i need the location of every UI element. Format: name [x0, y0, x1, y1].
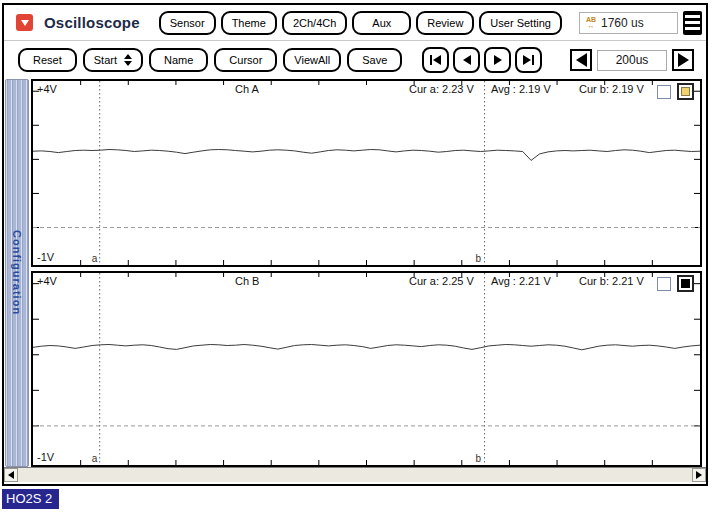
- save-button[interactable]: Save: [347, 48, 402, 72]
- step-forward-button[interactable]: [484, 47, 511, 73]
- name-button[interactable]: Name: [149, 48, 208, 72]
- channel-a-name: Ch A: [235, 83, 259, 95]
- cursor-b-marker[interactable]: b: [476, 453, 482, 464]
- channel-a-panel: +4V Ch A Cur a: 2.23 V Avg : 2.19 V Cur …: [31, 79, 702, 267]
- ab-cursor-icon: AB↔: [586, 17, 596, 28]
- main-area: Configuration +4V Ch A Cur a: 2.23 V Avg…: [4, 79, 706, 467]
- oscilloscope-window: Oscilloscope Sensor Theme 2Ch/4Ch Aux Re…: [2, 3, 708, 486]
- channel-b-name: Ch B: [235, 275, 259, 287]
- top-toolbar: Oscilloscope Sensor Theme 2Ch/4Ch Aux Re…: [4, 5, 706, 41]
- scroll-right-button[interactable]: [692, 468, 706, 482]
- channel-b-cursor-b-readout: Cur b: 2.21 V: [579, 275, 644, 287]
- start-button[interactable]: Start: [83, 48, 143, 72]
- channel-panels: +4V Ch A Cur a: 2.23 V Avg : 2.19 V Cur …: [31, 79, 702, 467]
- cursor-a-marker[interactable]: a: [92, 453, 98, 464]
- cursor-b-marker[interactable]: b: [476, 253, 482, 264]
- channel-a-cursor-a-readout: Cur a: 2.23 V: [409, 83, 474, 95]
- timebase-value: 200us: [597, 50, 667, 71]
- scrollbar-track[interactable]: [18, 468, 692, 482]
- channel-mode-button[interactable]: 2Ch/4Ch: [282, 11, 347, 35]
- sensor-button[interactable]: Sensor: [159, 11, 216, 35]
- review-button[interactable]: Review: [416, 11, 474, 35]
- configuration-label: Configuration: [11, 230, 23, 315]
- channel-b-panel: +4V Ch B Cur a: 2.25 V Avg : 2.21 V Cur …: [31, 271, 702, 467]
- channel-a-vmin-label: -1V: [37, 251, 54, 263]
- cursor-time-display: AB↔ 1760 us: [579, 12, 679, 34]
- user-setting-button[interactable]: User Setting: [479, 11, 562, 35]
- channel-b-avg-readout: Avg : 2.21 V: [491, 275, 551, 287]
- playback-controls: [422, 47, 542, 73]
- timebase-increase-button[interactable]: [672, 49, 694, 71]
- start-button-label: Start: [94, 54, 117, 66]
- reset-button[interactable]: Reset: [18, 48, 77, 72]
- channel-b-color-indicator[interactable]: [677, 275, 694, 292]
- status-label: HO2S 2: [2, 489, 59, 509]
- skip-to-start-button[interactable]: [422, 47, 449, 73]
- channel-b-plot[interactable]: [33, 273, 700, 465]
- channel-a-vmax-label: +4V: [37, 83, 57, 95]
- skip-to-end-button[interactable]: [515, 47, 542, 73]
- timebase-selector: 200us: [570, 49, 694, 71]
- channel-b-cursor-a-readout: Cur a: 2.25 V: [409, 275, 474, 287]
- app-dropdown-icon[interactable]: [16, 14, 33, 31]
- channel-a-avg-readout: Avg : 2.19 V: [491, 83, 551, 95]
- timebase-decrease-button[interactable]: [570, 49, 592, 71]
- channel-a-checkbox[interactable]: [657, 85, 671, 99]
- app-title: Oscilloscope: [44, 14, 140, 31]
- list-menu-icon[interactable]: [683, 11, 702, 35]
- channel-b-checkbox[interactable]: [657, 277, 671, 291]
- step-back-button[interactable]: [453, 47, 480, 73]
- control-toolbar: Reset Start Name Cursor ViewAll Save 200…: [4, 41, 706, 79]
- channel-b-vmin-label: -1V: [37, 451, 54, 463]
- channel-b-vmax-label: +4V: [37, 275, 57, 287]
- configuration-sidebar-tab[interactable]: Configuration: [5, 79, 29, 467]
- cursor-delta-time: 1760 us: [601, 16, 644, 30]
- horizontal-scrollbar[interactable]: [4, 467, 706, 482]
- channel-a-plot[interactable]: [33, 81, 700, 265]
- cursor-a-marker[interactable]: a: [92, 253, 98, 264]
- start-spinner-icon: [124, 54, 132, 66]
- channel-a-color-indicator[interactable]: [677, 83, 694, 100]
- theme-button[interactable]: Theme: [221, 11, 277, 35]
- aux-button[interactable]: Aux: [352, 11, 411, 35]
- cursor-button[interactable]: Cursor: [214, 48, 277, 72]
- scroll-left-button[interactable]: [4, 468, 18, 482]
- channel-a-cursor-b-readout: Cur b: 2.19 V: [579, 83, 644, 95]
- viewall-button[interactable]: ViewAll: [283, 48, 341, 72]
